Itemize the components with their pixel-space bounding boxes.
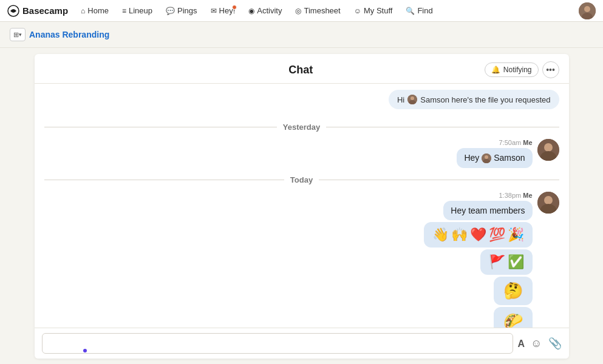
svg-point-14 — [544, 196, 553, 204]
message-text: Hi — [397, 95, 404, 104]
logo[interactable]: Basecamp — [7, 5, 68, 17]
text-format-button[interactable]: A — [518, 337, 525, 350]
pings-icon: 💬 — [166, 7, 175, 15]
emoji-reaction-row-1[interactable]: 👋 🙌 ❤️ 💯 🎉 — [424, 222, 533, 248]
emoji-reaction-thinking[interactable]: 🤔 — [494, 277, 533, 305]
nav-mystuff[interactable]: ☺ My Stuff — [349, 4, 398, 18]
main-content: Chat 🔔 Notifying ••• Hi — [0, 48, 603, 364]
nav-timesheet[interactable]: ◎ Timesheet — [290, 4, 346, 18]
nav-pings[interactable]: 💬 Pings — [160, 4, 203, 18]
top-navigation: Basecamp ⌂ Home ≡ Lineup 💬 Pings ✉ Hey! … — [0, 0, 603, 22]
nav-lineup[interactable]: ≡ Lineup — [117, 4, 158, 18]
svg-point-11 — [544, 143, 553, 152]
grid-view-button[interactable]: ⊞ ▾ — [10, 28, 26, 41]
lineup-icon: ≡ — [122, 7, 126, 15]
svg-point-8 — [485, 155, 488, 159]
nav-find[interactable]: 🔍 Find — [400, 4, 438, 18]
breadcrumb-bar: ⊞ ▾ Ananas Rebranding — [0, 22, 603, 48]
nav-home[interactable]: ⌂ Home — [75, 4, 114, 18]
message-bubble: Hey Samson — [457, 148, 532, 168]
chat-messages-area[interactable]: Hi Samson here's the file you requested … — [35, 84, 569, 328]
yesterday-label: Yesterday — [283, 123, 320, 132]
emoji-heart: ❤️ — [470, 227, 486, 243]
svg-point-5 — [411, 96, 414, 100]
logo-text: Basecamp — [22, 5, 68, 16]
hey-badge — [232, 5, 237, 10]
emoji-reaction-row-2[interactable]: 🚩 ✅ — [480, 249, 533, 275]
today-sender-avatar — [537, 192, 559, 214]
today-message-text: Hey team members — [451, 206, 525, 215]
chevron-down-icon: ▾ — [19, 32, 22, 38]
emoji-reaction-taco[interactable]: 🌮 — [494, 307, 533, 328]
project-breadcrumb[interactable]: Ananas Rebranding — [29, 30, 109, 39]
chat-title: Chat — [117, 64, 485, 76]
message-meta: 7:50am Me — [499, 139, 532, 146]
ellipsis-icon: ••• — [546, 65, 555, 75]
today-message-time: 1:38pm — [499, 192, 523, 199]
emoji-party: 🎉 — [508, 227, 524, 243]
emoji-picker-icon: ☺ — [531, 337, 542, 349]
text-format-icon: A — [518, 339, 525, 349]
grid-icon: ⊞ — [13, 31, 19, 39]
emoji-picker-button[interactable]: ☺ — [531, 337, 542, 350]
chat-header-actions: 🔔 Notifying ••• — [485, 61, 559, 78]
nav-hey[interactable]: ✉ Hey! — [205, 4, 241, 18]
chat-input-bar: A ☺ 📎 — [35, 328, 569, 359]
svg-point-2 — [584, 6, 590, 12]
emoji-100: 💯 — [489, 227, 505, 243]
timesheet-icon: ◎ — [295, 7, 301, 15]
nav-activity[interactable]: ◉ Activity — [243, 4, 287, 18]
message-text-2: Samson — [494, 153, 525, 163]
today-message-content: 1:38pm Me Hey team members 👋 🙌 ❤️ 💯 🎉 — [424, 192, 533, 328]
yesterday-divider: Yesterday — [44, 123, 559, 132]
today-label: Today — [290, 175, 313, 184]
inline-avatar — [482, 153, 491, 163]
sender-avatar — [537, 139, 559, 161]
find-icon: 🔍 — [406, 7, 415, 15]
today-divider: Today — [44, 175, 559, 184]
more-options-button[interactable]: ••• — [542, 61, 559, 78]
notify-button[interactable]: 🔔 Notifying — [485, 62, 539, 77]
preview-message: Hi Samson here's the file you requested — [389, 90, 559, 109]
today-sender-name: Me — [523, 192, 532, 199]
hey-icon: ✉ — [211, 7, 217, 15]
emoji-taco-item: 🌮 — [503, 312, 523, 328]
input-icon-group: A ☺ 📎 — [518, 337, 562, 350]
user-avatar[interactable] — [579, 2, 596, 19]
emoji-flag: 🚩 — [489, 254, 505, 270]
tiny-avatar — [407, 95, 417, 104]
paperclip-icon: 📎 — [548, 337, 562, 349]
activity-icon: ◉ — [248, 7, 254, 15]
sender-name: Me — [523, 139, 532, 146]
message-time: 7:50am — [499, 139, 523, 146]
message-block-yesterday: 7:50am Me Hey Samson — [44, 139, 559, 168]
mystuff-icon: ☺ — [354, 7, 361, 15]
message-text: Hey — [464, 153, 482, 163]
attach-file-button[interactable]: 📎 — [548, 337, 562, 350]
emoji-wave: 👋 — [432, 227, 449, 243]
message-block-today: 1:38pm Me Hey team members 👋 🙌 ❤️ 💯 🎉 — [44, 192, 559, 328]
chat-header: Chat 🔔 Notifying ••• — [35, 54, 569, 84]
home-icon: ⌂ — [81, 7, 85, 15]
message-input[interactable] — [42, 333, 513, 354]
typing-indicator — [83, 349, 87, 352]
emoji-raised-hands: 🙌 — [451, 227, 468, 243]
bell-icon: 🔔 — [491, 66, 500, 74]
message-continuation: Samson here's the file you requested — [420, 95, 550, 104]
chat-panel: Chat 🔔 Notifying ••• Hi — [35, 54, 569, 359]
today-message-bubble: Hey team members — [443, 201, 532, 220]
emoji-check: ✅ — [508, 254, 524, 270]
message-content: 7:50am Me Hey Samson — [457, 139, 532, 168]
emoji-thinking: 🤔 — [503, 281, 523, 300]
today-message-meta: 1:38pm Me — [499, 192, 532, 199]
